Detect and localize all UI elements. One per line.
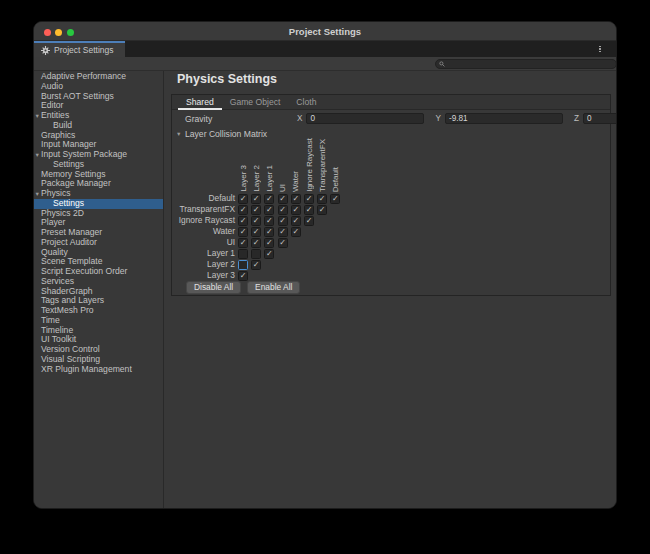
sidebar-item-label: UI Toolkit: [41, 334, 76, 344]
matrix-cell-layer-3-x-layer-3[interactable]: [238, 271, 248, 281]
matrix-cell-default-x-layer-3[interactable]: [238, 194, 248, 204]
sidebar-item-label: Input System Package: [41, 149, 127, 159]
tab-project-settings[interactable]: Project Settings: [34, 41, 125, 57]
sidebar-item-label: Project Auditor: [41, 237, 97, 247]
tab-shared[interactable]: Shared: [178, 95, 222, 110]
page-title: Physics Settings: [177, 72, 277, 86]
matrix-row-ui: UI: [172, 237, 610, 248]
foldout-arrow-icon[interactable]: ▼: [35, 111, 41, 121]
tab-project-settings-label: Project Settings: [54, 45, 114, 55]
matrix-cell-transparentfx-x-transparentfx[interactable]: [317, 205, 327, 215]
matrix-row-default: Default: [172, 193, 610, 204]
sidebar-item-label: Package Manager: [41, 178, 111, 188]
matrix-row-label: Default: [172, 193, 235, 204]
sidebar-item-label: Scene Template: [41, 256, 102, 266]
physics-settings-panel: SharedGame ObjectCloth Gravity XYZ ▼ Lay…: [171, 94, 611, 296]
tab-strip: Project Settings: [34, 41, 616, 57]
window-title: Project Settings: [34, 22, 616, 41]
matrix-row-layer-2: Layer 2: [172, 259, 610, 270]
matrix-cell-layer-1-x-layer-1[interactable]: [264, 249, 274, 259]
matrix-cell-water-x-layer-2[interactable]: [251, 227, 261, 237]
sidebar-item-label: Quality: [41, 247, 68, 257]
matrix-cell-ui-x-layer-3[interactable]: [238, 238, 248, 248]
search-toolbar: [34, 57, 616, 71]
matrix-cell-water-x-layer-3[interactable]: [238, 227, 248, 237]
axis-label-y: Y: [435, 114, 440, 123]
sidebar-item-label: Tags and Layers: [41, 295, 104, 305]
matrix-cell-transparentfx-x-layer-2[interactable]: [251, 205, 261, 215]
sidebar-item-label: Script Execution Order: [41, 266, 127, 276]
gravity-y-group: Y: [435, 113, 562, 124]
tab-cloth[interactable]: Cloth: [288, 95, 324, 110]
sidebar-item-label: Player: [41, 217, 65, 227]
tab-game-object[interactable]: Game Object: [222, 95, 289, 110]
search-field[interactable]: [435, 59, 617, 69]
body-area: Adaptive PerformanceAudioBurst AOT Setti…: [34, 71, 616, 509]
disable-all-button[interactable]: Disable All: [186, 281, 241, 294]
gravity-z-input[interactable]: [583, 113, 617, 124]
matrix-row-layer-3: Layer 3: [172, 270, 610, 281]
search-input[interactable]: [447, 60, 613, 69]
axis-label-z: Z: [574, 114, 579, 123]
sidebar-item-label: Build: [53, 120, 72, 130]
matrix-cell-ui-x-layer-2[interactable]: [251, 238, 261, 248]
sidebar-item-label: Graphics: [41, 130, 75, 140]
matrix-cell-ignore-raycast-x-water[interactable]: [291, 216, 301, 226]
matrix-cell-ignore-raycast-x-ui[interactable]: [278, 216, 288, 226]
matrix-cell-transparentfx-x-water[interactable]: [291, 205, 301, 215]
matrix-cell-ui-x-ui[interactable]: [278, 238, 288, 248]
matrix-column-label-ui: UI: [278, 184, 288, 192]
physics-tab-bar: SharedGame ObjectCloth: [172, 95, 610, 110]
title-bar: Project Settings: [34, 22, 616, 41]
matrix-cell-water-x-layer-1[interactable]: [264, 227, 274, 237]
matrix-cell-ignore-raycast-x-ignore-raycast[interactable]: [304, 216, 314, 226]
sidebar-item-label: Settings: [53, 159, 84, 169]
matrix-cell-transparentfx-x-ui[interactable]: [278, 205, 288, 215]
matrix-cell-transparentfx-x-layer-3[interactable]: [238, 205, 248, 215]
matrix-cell-transparentfx-x-ignore-raycast[interactable]: [304, 205, 314, 215]
matrix-cell-transparentfx-x-layer-1[interactable]: [264, 205, 274, 215]
matrix-cell-default-x-water[interactable]: [291, 194, 301, 204]
matrix-cell-layer-2-x-layer-2[interactable]: [251, 260, 261, 270]
matrix-cell-water-x-ui[interactable]: [278, 227, 288, 237]
matrix-cell-ignore-raycast-x-layer-2[interactable]: [251, 216, 261, 226]
matrix-cell-ignore-raycast-x-layer-3[interactable]: [238, 216, 248, 226]
matrix-row-label: Layer 1: [172, 248, 235, 259]
sidebar-item-label: Version Control: [41, 344, 100, 354]
enable-all-button[interactable]: Enable All: [247, 281, 300, 294]
matrix-cell-layer-2-x-layer-3[interactable]: [238, 260, 248, 270]
sidebar-item-label: Entities: [41, 110, 69, 120]
matrix-cell-default-x-layer-2[interactable]: [251, 194, 261, 204]
matrix-cell-ui-x-layer-1[interactable]: [264, 238, 274, 248]
matrix-cell-layer-1-x-layer-2[interactable]: [251, 249, 261, 259]
sidebar-item-label: Visual Scripting: [41, 354, 100, 364]
matrix-column-label-layer-2: Layer 2: [252, 165, 262, 192]
gravity-row: Gravity XYZ: [172, 113, 610, 125]
foldout-arrow-icon[interactable]: ▼: [35, 189, 41, 199]
matrix-column-headers: Layer 3Layer 2Layer 1UIWaterIgnore Rayca…: [172, 140, 610, 192]
gravity-label: Gravity: [185, 113, 212, 125]
sidebar-item-label: Audio: [41, 81, 63, 91]
matrix-cell-default-x-default[interactable]: [330, 194, 340, 204]
foldout-arrow-icon[interactable]: ▼: [35, 150, 41, 160]
matrix-cell-water-x-water[interactable]: [291, 227, 301, 237]
sidebar-item-label: Settings: [53, 198, 84, 208]
sidebar-item-xr-plugin-management[interactable]: XR Plugin Management: [34, 365, 163, 375]
matrix-row-label: TransparentFX: [172, 204, 235, 215]
matrix-cell-default-x-transparentfx[interactable]: [317, 194, 327, 204]
matrix-cell-default-x-ignore-raycast[interactable]: [304, 194, 314, 204]
matrix-row-ignore-raycast: Ignore Raycast: [172, 215, 610, 226]
search-icon: [439, 61, 445, 67]
gravity-x-input[interactable]: [306, 113, 424, 124]
matrix-cell-default-x-ui[interactable]: [278, 194, 288, 204]
matrix-column-label-water: Water: [291, 171, 301, 192]
matrix-cell-layer-1-x-layer-3[interactable]: [238, 249, 248, 259]
sidebar-item-label: TextMesh Pro: [41, 305, 94, 315]
matrix-cell-ignore-raycast-x-layer-1[interactable]: [264, 216, 274, 226]
gravity-y-input[interactable]: [445, 113, 563, 124]
matrix-cell-default-x-layer-1[interactable]: [264, 194, 274, 204]
matrix-column-label-transparentfx: TransparentFX: [318, 139, 328, 192]
kebab-menu-icon[interactable]: [595, 44, 605, 54]
sidebar-item-label: XR Plugin Management: [41, 364, 132, 374]
layer-collision-matrix-foldout[interactable]: ▼ Layer Collision Matrix: [176, 128, 267, 139]
